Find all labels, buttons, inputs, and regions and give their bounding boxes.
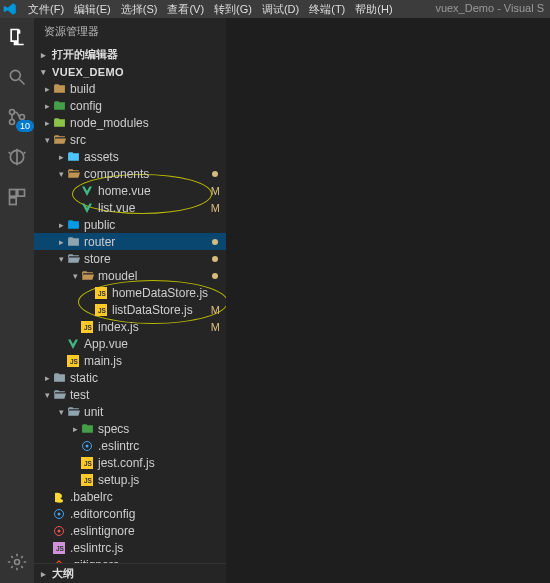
tree-folder[interactable]: ▸router [34,233,226,250]
tree-folder[interactable]: ▾src [34,131,226,148]
folder-icon [52,82,66,96]
chevron-right-icon[interactable]: ▸ [42,101,52,111]
modified-dot-icon [212,171,218,177]
chevron-down-icon[interactable]: ▾ [56,407,66,417]
tree-file[interactable]: .eslintignore [34,522,226,539]
babel-icon [52,490,66,504]
modified-dot-icon [212,273,218,279]
tree-item-label: assets [84,150,119,164]
menu-help[interactable]: 帮助(H) [355,2,392,17]
git-icon [52,558,66,564]
modified-badge: M [211,185,220,197]
js-icon: JS [52,541,66,555]
chevron-down-icon[interactable]: ▾ [56,169,66,179]
tree-file[interactable]: list.vueM [34,199,226,216]
vue-icon [80,184,94,198]
modified-badge: M [211,321,220,333]
menu-goto[interactable]: 转到(G) [214,2,252,17]
menu-debug[interactable]: 调试(D) [262,2,299,17]
tree-item-label: src [70,133,86,147]
js-icon: JS [66,354,80,368]
js-icon: JS [80,320,94,334]
extensions-icon[interactable] [6,186,28,208]
activity-bar: 10 [0,18,34,583]
svg-line-8 [24,152,26,154]
menu-select[interactable]: 选择(S) [121,2,158,17]
svg-text:JS: JS [70,358,79,365]
explorer-icon[interactable] [6,26,28,48]
chevron-right-icon[interactable]: ▸ [56,237,66,247]
chevron-right-icon[interactable]: ▸ [56,152,66,162]
tree-item-label: store [84,252,111,266]
debug-icon[interactable] [6,146,28,168]
chevron-down-icon[interactable]: ▾ [70,271,80,281]
js-icon: JS [80,456,94,470]
tree-file[interactable]: JSlistDataStore.jsM [34,301,226,318]
tree-item-label: home.vue [98,184,151,198]
svg-rect-9 [10,190,17,197]
tree-file[interactable]: JShomeDataStore.js [34,284,226,301]
folder-icon [52,99,66,113]
chevron-down-icon[interactable]: ▾ [42,390,52,400]
tree-folder[interactable]: ▸config [34,97,226,114]
tree-folder[interactable]: ▾unit [34,403,226,420]
tree-file[interactable]: JS.eslintrc.js [34,539,226,556]
tree-folder[interactable]: ▸assets [34,148,226,165]
tree-folder[interactable]: ▸public [34,216,226,233]
svg-text:JS: JS [84,477,93,484]
modified-dot-icon [212,239,218,245]
tree-file[interactable]: .eslintrc [34,437,226,454]
folder-open-icon [66,405,80,419]
menu-file[interactable]: 文件(F) [28,2,64,17]
tree-file[interactable]: JSmain.js [34,352,226,369]
file-tree[interactable]: ▸build▸config▸node_modules▾src▸assets▾co… [34,80,226,563]
search-icon[interactable] [6,66,28,88]
project-section[interactable]: ▾ VUEX_DEMO [34,64,226,80]
tree-folder[interactable]: ▾test [34,386,226,403]
folder-open-icon [52,133,66,147]
tree-folder[interactable]: ▸build [34,80,226,97]
tree-folder[interactable]: ▸specs [34,420,226,437]
folder-icon [52,371,66,385]
svg-point-3 [10,120,15,125]
folder-icon [66,218,80,232]
chevron-right-icon[interactable]: ▸ [42,118,52,128]
open-editors-section[interactable]: ▸ 打开的编辑器 [34,45,226,64]
settings-gear-icon[interactable] [6,551,28,573]
tree-file[interactable]: home.vueM [34,182,226,199]
tree-file[interactable]: .gitignore [34,556,226,563]
menu-terminal[interactable]: 终端(T) [309,2,345,17]
folder-icon [52,116,66,130]
menu-view[interactable]: 查看(V) [167,2,204,17]
tree-file[interactable]: JSindex.jsM [34,318,226,335]
tree-item-label: index.js [98,320,139,334]
tree-file[interactable]: .editorconfig [34,505,226,522]
tree-file[interactable]: App.vue [34,335,226,352]
tree-folder[interactable]: ▾store [34,250,226,267]
tree-item-label: router [84,235,115,249]
chevron-down-icon[interactable]: ▾ [56,254,66,264]
tree-file[interactable]: JSjest.conf.js [34,454,226,471]
tree-item-label: unit [84,405,103,419]
tree-item-label: .eslintrc.js [70,541,123,555]
scm-badge: 10 [16,120,34,132]
tree-item-label: public [84,218,115,232]
tree-item-label: main.js [84,354,122,368]
outline-section[interactable]: ▸ 大纲 [34,563,226,583]
svg-point-4 [20,115,25,120]
tree-item-label: .babelrc [70,490,113,504]
chevron-right-icon[interactable]: ▸ [42,84,52,94]
tree-folder[interactable]: ▾moudel [34,267,226,284]
menu-edit[interactable]: 编辑(E) [74,2,111,17]
chevron-right-icon[interactable]: ▸ [42,373,52,383]
tree-folder[interactable]: ▸node_modules [34,114,226,131]
chevron-down-icon[interactable]: ▾ [42,135,52,145]
tree-folder[interactable]: ▾components [34,165,226,182]
tree-file[interactable]: .babelrc [34,488,226,505]
svg-text:JS: JS [84,324,93,331]
tree-folder[interactable]: ▸static [34,369,226,386]
chevron-right-icon[interactable]: ▸ [70,424,80,434]
tree-item-label: node_modules [70,116,149,130]
chevron-right-icon[interactable]: ▸ [56,220,66,230]
tree-file[interactable]: JSsetup.js [34,471,226,488]
